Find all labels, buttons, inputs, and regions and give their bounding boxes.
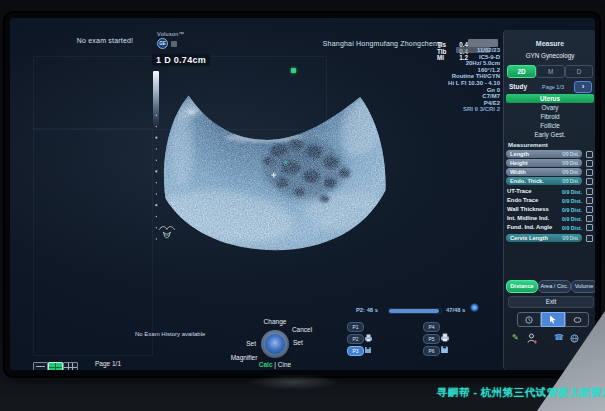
param-line: 11/02/23 — [382, 47, 500, 54]
clock-icon — [525, 316, 533, 324]
row-count: 0/9 Dist. — [556, 189, 582, 195]
measure-row-cervix-length[interactable]: Cervix Length0/9 Dist. — [506, 234, 582, 242]
divider: | — [274, 361, 276, 368]
trackball-left-label: Set — [236, 340, 256, 347]
pencil-icon[interactable]: ✎ — [512, 333, 519, 343]
save-icon — [440, 345, 449, 354]
measure-row-wall-thickness[interactable]: Wall Thickness — [507, 206, 549, 212]
measure-row-ut-trace[interactable]: UT-Trace — [507, 188, 532, 194]
printer-icon — [440, 333, 450, 342]
cine-progress-text: 47/48 s — [446, 307, 465, 313]
study-label: Study — [509, 83, 527, 90]
phone-icon[interactable]: ☎ — [554, 333, 564, 343]
measure-row-length[interactable]: Length0/9 Dist. — [506, 150, 582, 158]
layout-single-icon[interactable] — [33, 362, 48, 370]
study-item-ovary[interactable]: Ovary — [506, 103, 594, 112]
study-page: Page 1/3 — [536, 84, 570, 90]
monitor-stand — [248, 374, 340, 390]
checkbox[interactable] — [586, 197, 593, 204]
row-count: 0/9 Dist. — [556, 207, 582, 213]
measure-row-int-midline[interactable]: Int. Midline Ind. — [507, 215, 549, 221]
checkbox[interactable] — [586, 169, 593, 176]
row-count: 0/9 Dist. — [556, 198, 582, 204]
mode-tab-m[interactable]: M — [536, 65, 565, 78]
param-line: 20Hz/ 5.0cm — [382, 60, 500, 67]
trackball-bottom-label: Calc | Cine — [243, 361, 307, 368]
page-indicator: Page 1/1 — [95, 360, 121, 367]
body-marker-uterus-icon — [159, 227, 174, 238]
measure-row-endo-trace[interactable]: Endo Trace — [507, 197, 538, 203]
exit-button[interactable]: Exit — [508, 296, 594, 308]
exam-history-note: No Exam History available — [135, 331, 245, 337]
trackball-topright-label: Cancel — [282, 326, 322, 333]
measure-row-endo-thick[interactable]: Endo. Thick.0/9 Dist. — [506, 177, 582, 185]
ellipse-icon — [573, 316, 582, 324]
p3-button[interactable]: P3 — [347, 346, 364, 356]
panel-subtitle: GYN Gynecology — [504, 52, 595, 59]
p1-button[interactable]: P1 — [347, 322, 364, 332]
checkbox[interactable] — [586, 178, 593, 185]
param-line: IC5-9-D — [382, 54, 500, 61]
power-led — [470, 303, 479, 312]
brand-mark-icon — [171, 41, 177, 47]
faint-grid-left — [33, 128, 153, 356]
measurement-readout: 1 D 0.74cm — [152, 54, 210, 66]
study-item-follicle[interactable]: Follicle — [506, 121, 594, 130]
brand-block: Voluson™ GE — [157, 31, 191, 49]
layout-quad-icon[interactable] — [48, 362, 63, 370]
cursor-icon — [549, 315, 557, 324]
row-count: 0/9 Dist. — [556, 216, 582, 222]
trackball-top-label: Change — [250, 318, 300, 325]
hospital-name: Shanghai Hongmufang Zhongcheng — [322, 40, 442, 47]
p4-button[interactable]: P4 — [423, 322, 440, 332]
cine-progress-bar[interactable] — [388, 308, 442, 314]
row-count: 0/9 Dist. — [556, 225, 582, 231]
measure-row-fund-ind-angle[interactable]: Fund. Ind. Angle — [507, 224, 552, 230]
depth-scale — [155, 115, 157, 240]
ultrasound-image — [150, 75, 505, 320]
calc-label: Calc — [259, 361, 273, 368]
trackball-indicator — [261, 330, 289, 358]
study-item-early-gest[interactable]: Early Gest. — [506, 130, 594, 139]
study-item-uterus[interactable]: Uterus — [506, 94, 594, 103]
measurement-mode: D — [164, 55, 171, 65]
ge-logo-icon: GE — [157, 38, 168, 49]
ellipse-mode-segment[interactable] — [565, 312, 589, 327]
ultrasound-screen: No exam started! Voluson™ GE 1 D 0.74cm … — [10, 18, 595, 370]
measure-panel: Measure GYN Gynecology 2D M D Study Page… — [503, 30, 595, 370]
measure-row-width[interactable]: Width0/9 Dist. — [506, 168, 582, 176]
p5-button[interactable]: P5 — [423, 334, 440, 344]
checkbox[interactable] — [586, 206, 593, 213]
cursor-mode-segment[interactable] — [541, 312, 565, 327]
mode-tab-2d[interactable]: 2D — [507, 65, 536, 78]
trackball-bottomleft-label: Magnifier — [220, 354, 268, 361]
area-circ-button[interactable]: Area / Circ. — [538, 280, 571, 293]
checkbox[interactable] — [586, 160, 593, 167]
mode-tab-d[interactable]: D — [565, 65, 593, 78]
measure-row-height[interactable]: Height0/9 Dist. — [506, 159, 582, 167]
add-patient-icon[interactable] — [527, 333, 538, 344]
layout-multi-icon[interactable] — [63, 362, 78, 370]
pointer-mode-switch — [517, 312, 589, 327]
caption-text: 寻嗣帮 - 杭州第三代试管婴儿新费用表一览，附费用及 — [437, 386, 605, 400]
study-item-fibroid[interactable]: Fibroid — [506, 112, 594, 121]
p6-button[interactable]: P6 — [423, 346, 440, 356]
cine-label: Cine — [278, 361, 291, 368]
checkbox[interactable] — [586, 215, 593, 222]
cine-label: P2: 48 s — [356, 307, 378, 313]
p2-button[interactable]: P2 — [347, 334, 364, 344]
study-next-button[interactable]: › — [574, 81, 592, 93]
globe-icon[interactable] — [570, 334, 579, 343]
probe-orientation-icon — [291, 68, 296, 73]
measurement-section-title: Measurement — [508, 141, 548, 148]
distance-button[interactable]: Distance — [506, 280, 538, 293]
clock-mode-segment[interactable] — [517, 312, 541, 327]
volume-button[interactable]: Volume — [571, 280, 595, 293]
checkbox[interactable] — [586, 224, 593, 231]
checkbox[interactable] — [586, 235, 593, 242]
measurement-index: 1 — [156, 55, 161, 65]
brand-name: Voluson™ — [157, 31, 191, 37]
checkbox[interactable] — [586, 188, 593, 195]
checkbox[interactable] — [586, 151, 593, 158]
printer-icon — [364, 334, 373, 342]
